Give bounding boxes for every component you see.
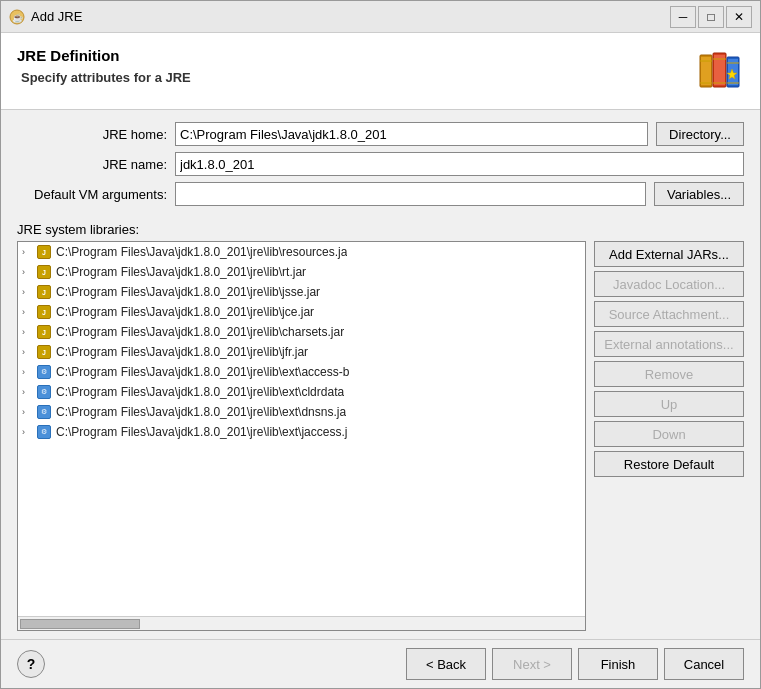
jre-name-input[interactable] — [175, 152, 744, 176]
library-path: C:\Program Files\Java\jdk1.8.0_201\jre\l… — [56, 425, 347, 439]
page-subtitle: Specify attributes for a JRE — [21, 70, 191, 85]
library-path: C:\Program Files\Java\jdk1.8.0_201\jre\l… — [56, 325, 344, 339]
list-item[interactable]: ›⚙C:\Program Files\Java\jdk1.8.0_201\jre… — [18, 382, 585, 402]
header-text-block: JRE Definition Specify attributes for a … — [17, 47, 191, 85]
library-path: C:\Program Files\Java\jdk1.8.0_201\jre\l… — [56, 245, 347, 259]
jar-icon: J — [36, 304, 52, 320]
window-controls: ─ □ ✕ — [670, 6, 752, 28]
list-item[interactable]: ›⚙C:\Program Files\Java\jdk1.8.0_201\jre… — [18, 402, 585, 422]
library-path: C:\Program Files\Java\jdk1.8.0_201\jre\l… — [56, 285, 320, 299]
list-item[interactable]: ›⚙C:\Program Files\Java\jdk1.8.0_201\jre… — [18, 362, 585, 382]
list-item[interactable]: ›JC:\Program Files\Java\jdk1.8.0_201\jre… — [18, 322, 585, 342]
footer-buttons: < Back Next > Finish Cancel — [406, 648, 744, 680]
jar-icon: J — [36, 324, 52, 340]
libraries-buttons: Add External JARs... Javadoc Location...… — [594, 241, 744, 631]
close-button[interactable]: ✕ — [726, 6, 752, 28]
horizontal-scrollbar[interactable] — [18, 616, 585, 630]
jre-home-row: JRE home: Directory... — [17, 122, 744, 146]
list-item[interactable]: ›JC:\Program Files\Java\jdk1.8.0_201\jre… — [18, 302, 585, 322]
header-title-row: JRE Definition Specify attributes for a … — [17, 47, 744, 95]
remove-button[interactable]: Remove — [594, 361, 744, 387]
expand-arrow-icon: › — [22, 407, 32, 417]
back-button[interactable]: < Back — [406, 648, 486, 680]
finish-button[interactable]: Finish — [578, 648, 658, 680]
libraries-list[interactable]: ›JC:\Program Files\Java\jdk1.8.0_201\jre… — [18, 242, 585, 616]
up-button[interactable]: Up — [594, 391, 744, 417]
library-path: C:\Program Files\Java\jdk1.8.0_201\jre\l… — [56, 305, 314, 319]
libraries-section: JRE system libraries: ›JC:\Program Files… — [1, 218, 760, 639]
jar-icon: J — [36, 264, 52, 280]
libraries-list-wrapper: ›JC:\Program Files\Java\jdk1.8.0_201\jre… — [17, 241, 586, 631]
directory-button[interactable]: Directory... — [656, 122, 744, 146]
libraries-container: ›JC:\Program Files\Java\jdk1.8.0_201\jre… — [17, 241, 744, 631]
library-path: C:\Program Files\Java\jdk1.8.0_201\jre\l… — [56, 385, 344, 399]
list-item[interactable]: ›⚙C:\Program Files\Java\jdk1.8.0_201\jre… — [18, 422, 585, 442]
expand-arrow-icon: › — [22, 347, 32, 357]
expand-arrow-icon: › — [22, 427, 32, 437]
footer: ? < Back Next > Finish Cancel — [1, 639, 760, 688]
add-external-jars-button[interactable]: Add External JARs... — [594, 241, 744, 267]
header-section: JRE Definition Specify attributes for a … — [1, 33, 760, 110]
gear-icon: ⚙ — [36, 404, 52, 420]
window-icon: ☕ — [9, 9, 25, 25]
expand-arrow-icon: › — [22, 367, 32, 377]
maximize-button[interactable]: □ — [698, 6, 724, 28]
library-path: C:\Program Files\Java\jdk1.8.0_201\jre\l… — [56, 405, 346, 419]
expand-arrow-icon: › — [22, 307, 32, 317]
list-item[interactable]: ›JC:\Program Files\Java\jdk1.8.0_201\jre… — [18, 262, 585, 282]
library-path: C:\Program Files\Java\jdk1.8.0_201\jre\l… — [56, 365, 349, 379]
svg-text:☕: ☕ — [12, 12, 24, 24]
default-vm-input[interactable] — [175, 182, 646, 206]
list-item[interactable]: ›JC:\Program Files\Java\jdk1.8.0_201\jre… — [18, 282, 585, 302]
jar-icon: J — [36, 344, 52, 360]
javadoc-location-button[interactable]: Javadoc Location... — [594, 271, 744, 297]
cancel-button[interactable]: Cancel — [664, 648, 744, 680]
jar-icon: J — [36, 244, 52, 260]
help-button[interactable]: ? — [17, 650, 45, 678]
library-path: C:\Program Files\Java\jdk1.8.0_201\jre\l… — [56, 265, 306, 279]
gear-icon: ⚙ — [36, 424, 52, 440]
expand-arrow-icon: › — [22, 247, 32, 257]
down-button[interactable]: Down — [594, 421, 744, 447]
header-icon — [696, 47, 744, 95]
form-section: JRE home: Directory... JRE name: Default… — [1, 110, 760, 218]
external-annotations-button[interactable]: External annotations... — [594, 331, 744, 357]
add-jre-window: ☕ Add JRE ─ □ ✕ JRE Definition Specify a… — [0, 0, 761, 689]
gear-icon: ⚙ — [36, 384, 52, 400]
title-bar: ☕ Add JRE ─ □ ✕ — [1, 1, 760, 33]
default-vm-row: Default VM arguments: Variables... — [17, 182, 744, 206]
list-item[interactable]: ›JC:\Program Files\Java\jdk1.8.0_201\jre… — [18, 242, 585, 262]
window-title: Add JRE — [31, 9, 670, 24]
expand-arrow-icon: › — [22, 287, 32, 297]
expand-arrow-icon: › — [22, 327, 32, 337]
jre-home-label: JRE home: — [17, 127, 167, 142]
minimize-button[interactable]: ─ — [670, 6, 696, 28]
jre-name-row: JRE name: — [17, 152, 744, 176]
restore-default-button[interactable]: Restore Default — [594, 451, 744, 477]
jar-icon: J — [36, 284, 52, 300]
expand-arrow-icon: › — [22, 387, 32, 397]
page-title: JRE Definition — [17, 47, 191, 64]
jre-name-label: JRE name: — [17, 157, 167, 172]
libraries-label: JRE system libraries: — [17, 222, 744, 237]
variables-button[interactable]: Variables... — [654, 182, 744, 206]
list-item[interactable]: ›JC:\Program Files\Java\jdk1.8.0_201\jre… — [18, 342, 585, 362]
expand-arrow-icon: › — [22, 267, 32, 277]
source-attachment-button[interactable]: Source Attachment... — [594, 301, 744, 327]
library-path: C:\Program Files\Java\jdk1.8.0_201\jre\l… — [56, 345, 308, 359]
h-scrollbar-thumb[interactable] — [20, 619, 140, 629]
gear-icon: ⚙ — [36, 364, 52, 380]
default-vm-label: Default VM arguments: — [17, 187, 167, 202]
next-button[interactable]: Next > — [492, 648, 572, 680]
jre-home-input[interactable] — [175, 122, 648, 146]
